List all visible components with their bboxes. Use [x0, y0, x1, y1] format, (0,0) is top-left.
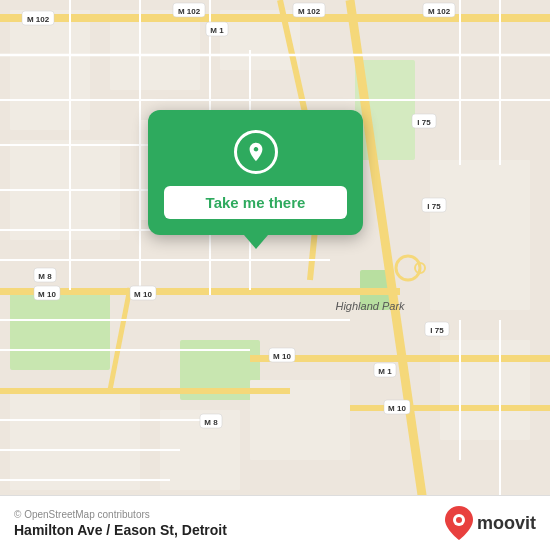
bottom-bar: © OpenStreetMap contributors Hamilton Av… [0, 495, 550, 550]
svg-text:M 10: M 10 [388, 404, 406, 413]
svg-text:I 75: I 75 [430, 326, 444, 335]
bottom-left: © OpenStreetMap contributors Hamilton Av… [14, 509, 227, 538]
svg-text:I 75: I 75 [427, 202, 441, 211]
moovit-logo: moovit [445, 506, 536, 540]
svg-rect-6 [10, 10, 90, 130]
moovit-brand-text: moovit [477, 513, 536, 534]
svg-text:M 10: M 10 [134, 290, 152, 299]
svg-text:M 8: M 8 [38, 272, 52, 281]
copyright-text: © OpenStreetMap contributors [14, 509, 227, 520]
svg-rect-20 [350, 405, 550, 411]
svg-text:M 10: M 10 [273, 352, 291, 361]
location-pin-icon [245, 141, 267, 163]
svg-text:M 102: M 102 [428, 7, 451, 16]
map-svg: M 102 M 102 M 102 M 102 M 1 I 75 I 75 I … [0, 0, 550, 550]
take-me-there-button[interactable]: Take me there [164, 186, 347, 219]
svg-text:M 102: M 102 [27, 15, 50, 24]
svg-text:M 1: M 1 [378, 367, 392, 376]
svg-rect-18 [0, 388, 290, 394]
moovit-pin-icon [445, 506, 473, 540]
svg-text:M 1: M 1 [210, 26, 224, 35]
svg-rect-16 [0, 14, 550, 22]
svg-rect-11 [10, 390, 140, 490]
svg-text:M 10: M 10 [38, 290, 56, 299]
map-container: M 102 M 102 M 102 M 102 M 1 I 75 I 75 I … [0, 0, 550, 550]
location-name: Hamilton Ave / Eason St, Detroit [14, 522, 227, 538]
svg-rect-14 [430, 160, 530, 310]
svg-text:M 102: M 102 [178, 7, 201, 16]
svg-point-78 [456, 517, 462, 523]
location-icon-circle [234, 130, 278, 174]
svg-text:M 102: M 102 [298, 7, 321, 16]
popup-card: Take me there [148, 110, 363, 235]
svg-text:M 8: M 8 [204, 418, 218, 427]
svg-rect-2 [10, 290, 110, 370]
svg-text:Highland Park: Highland Park [335, 300, 405, 312]
svg-text:I 75: I 75 [417, 118, 431, 127]
